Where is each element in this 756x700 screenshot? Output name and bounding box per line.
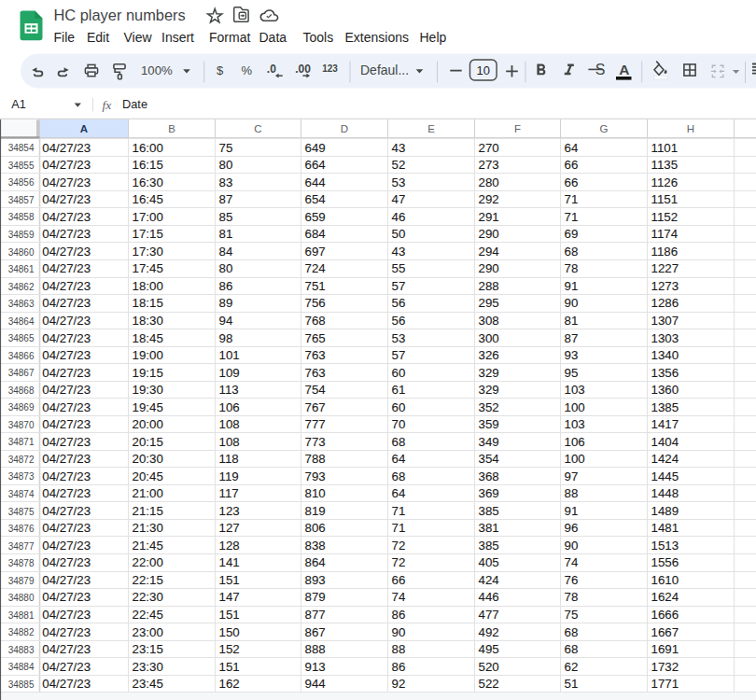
svg-text:04/27/23: 04/27/23 bbox=[42, 314, 91, 328]
svg-text:118: 118 bbox=[219, 452, 239, 466]
svg-text:1126: 1126 bbox=[651, 175, 679, 189]
svg-text:119: 119 bbox=[219, 469, 239, 483]
svg-text:60: 60 bbox=[392, 400, 406, 414]
svg-text:106: 106 bbox=[565, 435, 585, 449]
svg-text:04/27/23: 04/27/23 bbox=[42, 435, 91, 449]
svg-text:93: 93 bbox=[565, 348, 579, 362]
svg-text:10: 10 bbox=[477, 63, 490, 77]
svg-text:04/27/23: 04/27/23 bbox=[42, 642, 91, 656]
svg-text:763: 763 bbox=[305, 366, 326, 380]
svg-text:151: 151 bbox=[219, 573, 240, 587]
svg-text:04/27/23: 04/27/23 bbox=[42, 469, 91, 483]
svg-text:34876: 34876 bbox=[8, 524, 35, 534]
svg-text:270: 270 bbox=[479, 141, 499, 155]
svg-text:492: 492 bbox=[479, 625, 499, 639]
svg-text:349: 349 bbox=[479, 435, 499, 449]
svg-text:A: A bbox=[80, 123, 88, 134]
svg-text:23:30: 23:30 bbox=[133, 660, 163, 674]
svg-text:B: B bbox=[168, 123, 175, 134]
svg-text:644: 644 bbox=[305, 175, 326, 189]
svg-text:04/27/23: 04/27/23 bbox=[42, 400, 91, 414]
svg-text:381: 381 bbox=[479, 521, 499, 535]
svg-text:84: 84 bbox=[219, 245, 233, 259]
svg-text:1186: 1186 bbox=[651, 245, 679, 259]
svg-text:22:30: 22:30 bbox=[133, 590, 163, 604]
svg-text:751: 751 bbox=[305, 279, 326, 293]
svg-text:68: 68 bbox=[565, 642, 579, 656]
svg-text:877: 877 bbox=[305, 608, 326, 622]
svg-text:1732: 1732 bbox=[651, 660, 679, 674]
svg-text:85: 85 bbox=[219, 210, 233, 224]
svg-text:90: 90 bbox=[565, 539, 579, 553]
svg-text:864: 864 bbox=[305, 555, 326, 569]
svg-text:97: 97 bbox=[565, 469, 579, 483]
svg-text:F: F bbox=[514, 123, 521, 134]
svg-text:04/27/23: 04/27/23 bbox=[42, 590, 91, 604]
svg-text:43: 43 bbox=[392, 245, 406, 259]
svg-text:21:45: 21:45 bbox=[133, 539, 163, 553]
svg-text:1424: 1424 bbox=[651, 452, 679, 466]
svg-text:1771: 1771 bbox=[651, 677, 679, 691]
svg-text:80: 80 bbox=[219, 261, 233, 275]
svg-text:A: A bbox=[619, 62, 629, 77]
svg-text:150: 150 bbox=[219, 625, 240, 639]
svg-text:04/27/23: 04/27/23 bbox=[42, 158, 91, 172]
svg-text:1286: 1286 bbox=[651, 296, 679, 310]
svg-text:117: 117 bbox=[219, 486, 239, 500]
svg-text:18:00: 18:00 bbox=[133, 279, 163, 293]
svg-text:17:00: 17:00 bbox=[133, 210, 163, 224]
svg-text:G: G bbox=[600, 123, 609, 134]
svg-text:70: 70 bbox=[392, 417, 406, 431]
svg-text:55: 55 bbox=[392, 261, 406, 275]
svg-text:1667: 1667 bbox=[651, 625, 679, 639]
svg-text:34861: 34861 bbox=[8, 264, 35, 274]
svg-text:354: 354 bbox=[479, 452, 499, 466]
svg-text:1481: 1481 bbox=[651, 521, 679, 535]
svg-text:1489: 1489 bbox=[651, 504, 679, 518]
svg-text:23:00: 23:00 bbox=[133, 625, 163, 639]
svg-text:04/27/23: 04/27/23 bbox=[42, 261, 91, 275]
svg-text:806: 806 bbox=[305, 521, 326, 535]
svg-text:69: 69 bbox=[565, 227, 579, 241]
svg-text:1307: 1307 bbox=[651, 314, 679, 328]
svg-text:95: 95 bbox=[565, 366, 579, 380]
svg-text:04/27/23: 04/27/23 bbox=[42, 504, 91, 518]
svg-text:300: 300 bbox=[479, 331, 499, 345]
svg-text:128: 128 bbox=[219, 539, 240, 553]
svg-text:697: 697 bbox=[305, 245, 326, 259]
svg-text:1152: 1152 bbox=[651, 210, 679, 224]
svg-text:103: 103 bbox=[565, 383, 585, 397]
svg-text:22:15: 22:15 bbox=[133, 573, 163, 587]
svg-text:04/27/23: 04/27/23 bbox=[42, 383, 91, 397]
svg-text:1445: 1445 bbox=[651, 469, 679, 483]
svg-text:56: 56 bbox=[392, 314, 406, 328]
svg-text:04/27/23: 04/27/23 bbox=[42, 417, 91, 431]
svg-text:04/27/23: 04/27/23 bbox=[42, 279, 91, 293]
svg-text:369: 369 bbox=[479, 486, 499, 500]
svg-text:04/27/23: 04/27/23 bbox=[42, 521, 91, 535]
svg-text:100: 100 bbox=[565, 452, 585, 466]
svg-text:04/27/23: 04/27/23 bbox=[42, 486, 91, 500]
svg-text:04/27/23: 04/27/23 bbox=[42, 366, 91, 380]
svg-text:89: 89 bbox=[219, 296, 233, 310]
svg-text:649: 649 bbox=[305, 141, 326, 155]
svg-text:34864: 34864 bbox=[8, 316, 35, 327]
svg-text:106: 106 bbox=[219, 400, 240, 414]
svg-text:291: 291 bbox=[479, 210, 499, 224]
svg-text:520: 520 bbox=[479, 660, 499, 674]
svg-text:94: 94 bbox=[219, 314, 233, 328]
svg-text:04/27/23: 04/27/23 bbox=[42, 573, 91, 587]
svg-text:34879: 34879 bbox=[8, 576, 35, 586]
svg-text:23:45: 23:45 bbox=[133, 677, 163, 691]
svg-text:C: C bbox=[254, 123, 261, 134]
svg-text:495: 495 bbox=[479, 642, 499, 656]
svg-text:34883: 34883 bbox=[8, 645, 35, 655]
svg-text:654: 654 bbox=[305, 192, 326, 206]
svg-text:763: 763 bbox=[305, 348, 326, 362]
svg-text:34874: 34874 bbox=[8, 489, 35, 499]
svg-text:141: 141 bbox=[219, 555, 240, 569]
svg-text:43: 43 bbox=[392, 141, 406, 155]
svg-text:20:45: 20:45 bbox=[133, 469, 163, 483]
svg-text:34866: 34866 bbox=[8, 351, 35, 361]
svg-text:773: 773 bbox=[305, 435, 326, 449]
